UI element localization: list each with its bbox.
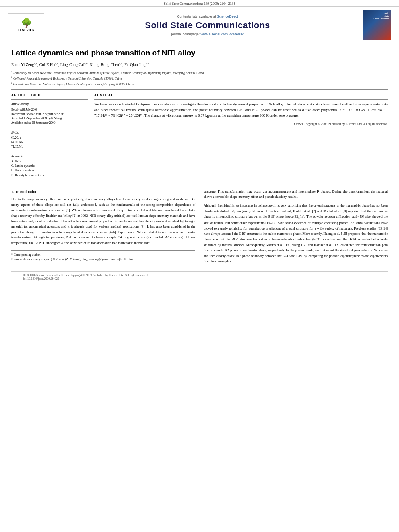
pacs-block: PACS: 63.20.-e 64.70.Kb 71.15.Mb xyxy=(11,128,88,149)
elsevier-tree-icon: 🌳 xyxy=(21,19,32,28)
internal-text: internal xyxy=(222,243,232,247)
body-col-left: 1. Introduction Due to the shape memory … xyxy=(11,189,195,267)
keywords-label: Keywords: xyxy=(11,154,88,158)
body-two-col: 1. Introduction Due to the shape memory … xyxy=(11,189,388,267)
homepage-line: journal homepage: www.elsevier.com/locat… xyxy=(52,32,363,36)
elsevier-logo-inner: 🌳 ELSEVIER xyxy=(8,13,44,37)
body-paragraph-2: structure. This transformation may occur… xyxy=(204,189,388,200)
elsevier-logo: 🌳 ELSEVIER xyxy=(8,13,44,37)
info-abstract-cols: ARTICLE INFO Article history: Received 8… xyxy=(11,93,388,180)
sciencedirect-link[interactable]: ScienceDirect xyxy=(217,14,238,18)
revised-date: Received in revised form 2 September 200… xyxy=(11,112,88,116)
copyright-line: Crown Copyright © 2009 Published by Else… xyxy=(94,122,388,127)
accepted-date: Accepted 15 September 2009 by P. Sheng xyxy=(11,116,88,121)
header-area: 🌳 ELSEVIER Contents lists available at S… xyxy=(0,7,399,43)
abstract-heading: ABSTRACT xyxy=(94,93,388,98)
cover-title-text: solid state communications xyxy=(373,12,389,20)
journal-top-bar: Solid State Communications 149 (2009) 21… xyxy=(0,0,399,7)
abstract-block: We have performed detailed first-princip… xyxy=(94,99,388,126)
history-label: Article history: xyxy=(11,102,88,106)
affiliations: a Laboratory for Shock Wave and Detonati… xyxy=(11,70,388,86)
email-addresses: zhaoyizengscu@163.com (Z.-Y. Zeng), Cai_… xyxy=(33,257,134,261)
keyword-4: D. Density functional theory xyxy=(11,173,88,177)
keyword-3: C. Phase transition xyxy=(11,168,88,173)
article-content: Lattice dynamics and phase transition of… xyxy=(0,43,399,287)
doi-line: doi:10.1016/j.ssc.2009.09.020 xyxy=(23,277,376,281)
pacs-1: 63.20.-e xyxy=(11,136,88,140)
available-date: Available online 18 September 2009 xyxy=(11,121,88,125)
email-label: E-mail addresses: xyxy=(11,257,33,261)
header-divider xyxy=(11,89,388,90)
body-paragraph-1: Due to the shape memory effect and super… xyxy=(11,197,195,246)
pacs-label: PACS: xyxy=(11,130,88,135)
journal-title-main: Solid State Communications xyxy=(52,20,363,31)
body-divider xyxy=(11,183,388,183)
body-col-right: structure. This transformation may occur… xyxy=(204,189,388,267)
affil-a: a Laboratory for Shock Wave and Detonati… xyxy=(11,70,388,75)
authors-line: Zhao-Yi Zenga,b, Cui-E Hua,b, Ling-Cang … xyxy=(11,62,388,68)
abstract-text: We have performed detailed first-princip… xyxy=(94,102,388,119)
elsevier-brand-text: ELSEVIER xyxy=(18,29,35,31)
pacs-3: 71.15.Mb xyxy=(11,144,88,149)
homepage-link[interactable]: www.elsevier.com/locate/ssc xyxy=(201,32,244,36)
corresponding-author: * Corresponding author. xyxy=(11,253,195,257)
section-1-title: 1. Introduction xyxy=(11,189,195,195)
sciencedirect-line: Contents lists available at ScienceDirec… xyxy=(52,14,363,18)
received-date: Received 8 July 2009 xyxy=(11,107,88,112)
bottom-bar: 0038-1098/$ – see front matter Crown Cop… xyxy=(11,271,388,282)
abstract-col: ABSTRACT We have performed detailed firs… xyxy=(94,93,388,180)
history-block: Article history: Received 8 July 2009 Re… xyxy=(11,99,88,125)
footnote-area: * Corresponding author. E-mail addresses… xyxy=(11,250,195,262)
keywords-block: Keywords: A. NiTi C. Lattice dynamics C.… xyxy=(11,152,88,177)
journal-citation: Solid State Communications 149 (2009) 21… xyxy=(164,2,235,6)
issn-line: 0038-1098/$ – see front matter Crown Cop… xyxy=(23,273,376,277)
affil-b: b College of Physical Science and Techno… xyxy=(11,76,388,81)
affil-c: c International Centre for Materials Phy… xyxy=(11,81,388,86)
keyword-2: C. Lattice dynamics xyxy=(11,164,88,168)
article-info-heading: ARTICLE INFO xyxy=(11,93,88,98)
body-paragraph-3: Although the nitinol is so important in … xyxy=(204,203,388,264)
article-title: Lattice dynamics and phase transition of… xyxy=(11,48,388,58)
contents-label: Contents lists available at xyxy=(177,14,216,18)
journal-cover-image: solid state communications xyxy=(363,10,391,40)
header-center: Contents lists available at ScienceDirec… xyxy=(52,14,363,36)
keyword-1: A. NiTi xyxy=(11,159,88,164)
article-info-col: ARTICLE INFO Article history: Received 8… xyxy=(11,93,88,180)
homepage-label: journal homepage: xyxy=(171,32,200,36)
email-line: E-mail addresses: zhaoyizengscu@163.com … xyxy=(11,257,195,261)
pacs-2: 64.70.Kb xyxy=(11,140,88,144)
